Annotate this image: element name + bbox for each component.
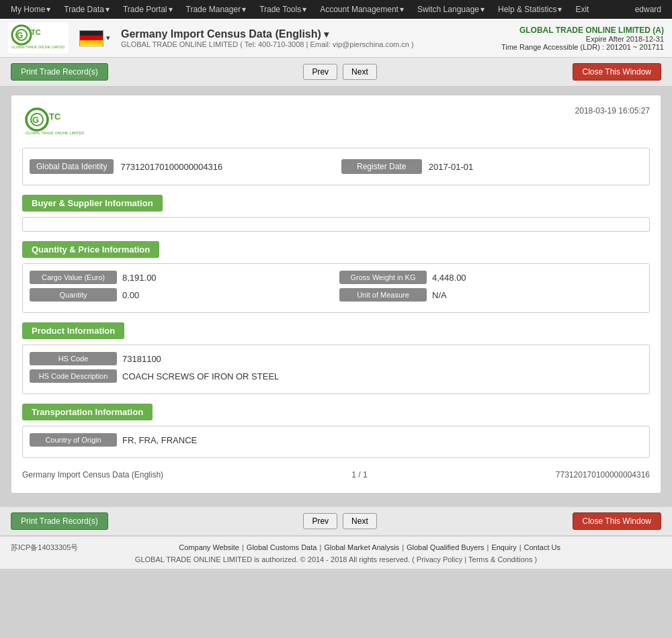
buyer-supplier-title: Buyer & Supplier Information xyxy=(22,195,163,212)
country-origin-row: Country of Origin FR, FRA, FRANCE xyxy=(30,433,642,447)
title-dropdown-icon[interactable]: ▾ xyxy=(324,29,329,40)
unit-of-measure-cell: Unit of Measure N/A xyxy=(339,288,642,302)
quantity-price-row-1: Cargo Value (Euro) 8,191.00 Gross Weight… xyxy=(30,271,642,284)
prev-button-bottom[interactable]: Prev xyxy=(303,513,337,529)
gross-weight-label: Gross Weight in KG xyxy=(339,271,427,284)
global-data-identity-label: Global Data Identity xyxy=(30,159,114,174)
nav-trade-tools[interactable]: Trade Tools ▾ xyxy=(254,2,312,17)
header-bar: G TC GLOBAL TRADE ONLINE LIMITED ▾ Germa… xyxy=(0,19,672,58)
quantity-price-row-2: Quantity 0.00 Unit of Measure N/A xyxy=(30,288,642,302)
quantity-value: 0.00 xyxy=(122,290,333,300)
next-button-bottom[interactable]: Next xyxy=(343,513,377,529)
record-timestamp: 2018-03-19 16:05:27 xyxy=(575,106,650,116)
unit-of-measure-value: N/A xyxy=(432,290,642,300)
record-card: G TC GLOBAL TRADE ONLINE LIMITED 2018-03… xyxy=(11,95,661,494)
top-navigation: My Home ▾ Trade Data ▾ Trade Portal ▾ Tr… xyxy=(0,0,672,19)
print-button-top[interactable]: Print Trade Record(s) xyxy=(11,63,108,81)
quantity-price-body: Cargo Value (Euro) 8,191.00 Gross Weight… xyxy=(22,263,650,313)
main-content: G TC GLOBAL TRADE ONLINE LIMITED 2018-03… xyxy=(0,87,672,507)
next-button-top[interactable]: Next xyxy=(343,64,377,80)
nav-trade-portal[interactable]: Trade Portal ▾ xyxy=(118,2,178,17)
company-contact: GLOBAL TRADE ONLINE LIMITED ( Tel: 400-7… xyxy=(121,40,491,48)
hs-code-label: HS Code xyxy=(30,352,117,365)
global-data-identity-value: 773120170100000004316 xyxy=(120,162,334,172)
transportation-title: Transportation Information xyxy=(22,404,153,420)
unit-of-measure-label: Unit of Measure xyxy=(339,288,427,302)
nav-account-management[interactable]: Account Management ▾ xyxy=(314,2,409,17)
footer-center: 1 / 1 xyxy=(351,470,367,480)
record-header: G TC GLOBAL TRADE ONLINE LIMITED 2018-03… xyxy=(22,106,650,140)
nav-help-statistics[interactable]: Help & Statistics ▾ xyxy=(493,2,567,17)
page-title: Germany Import Census Data (English) ▾ xyxy=(121,28,491,40)
chevron-down-icon: ▾ xyxy=(400,5,404,14)
flag-area: ▾ xyxy=(79,30,110,46)
register-date-label: Register Date xyxy=(341,159,422,174)
chevron-down-icon: ▾ xyxy=(480,5,485,14)
cargo-value-value: 8,191.00 xyxy=(122,273,333,283)
hs-description-value: COACH SCREWS OF IRON OR STEEL xyxy=(122,371,642,381)
transportation-body: Country of Origin FR, FRA, FRANCE xyxy=(22,426,650,458)
copyright-text: GLOBAL TRADE ONLINE LIMITED is authorize… xyxy=(11,554,661,565)
time-range: Time Range Accessible (LDR) : 201201 ~ 2… xyxy=(501,43,664,51)
company-logo: G TC GLOBAL TRADE ONLINE LIMITED xyxy=(8,23,69,53)
register-date-value: 2017-01-01 xyxy=(429,162,642,172)
hs-description-label: HS Code Description xyxy=(30,369,117,383)
header-title-area: Germany Import Census Data (English) ▾ G… xyxy=(121,28,491,48)
hs-description-cell: HS Code Description COACH SCREWS OF IRON… xyxy=(30,369,642,383)
company-name: GLOBAL TRADE ONLINE LIMITED (A) xyxy=(501,26,664,35)
expire-date: Expire After 2018-12-31 xyxy=(501,35,664,43)
footer-link-enquiry[interactable]: Enquiry xyxy=(491,543,516,551)
footer-link-buyers[interactable]: Global Qualified Buyers xyxy=(407,543,485,551)
hs-description-row: HS Code Description COACH SCREWS OF IRON… xyxy=(30,369,642,383)
buyer-supplier-section: Buyer & Supplier Information xyxy=(22,195,650,232)
nav-switch-language[interactable]: Switch Language ▾ xyxy=(412,2,490,17)
bottom-action-bar: Print Trade Record(s) Prev Next Close Th… xyxy=(0,507,672,536)
logo-area: G TC GLOBAL TRADE ONLINE LIMITED xyxy=(8,23,69,53)
footer-link-contact[interactable]: Contact Us xyxy=(524,543,560,551)
nav-my-home[interactable]: My Home ▾ xyxy=(5,2,56,17)
quantity-label: Quantity xyxy=(30,288,117,302)
chevron-down-icon: ▾ xyxy=(242,5,246,14)
svg-text:G: G xyxy=(32,115,39,125)
prev-button-top[interactable]: Prev xyxy=(303,64,337,80)
quantity-cell: Quantity 0.00 xyxy=(30,288,333,302)
svg-text:GLOBAL TRADE ONLINE LIMITED: GLOBAL TRADE ONLINE LIMITED xyxy=(11,45,65,49)
gross-weight-cell: Gross Weight in KG 4,448.00 xyxy=(339,271,642,284)
close-button-bottom[interactable]: Close This Window xyxy=(573,512,661,530)
footer-link-market[interactable]: Global Market Analysis xyxy=(324,543,399,551)
close-button-top[interactable]: Close This Window xyxy=(573,63,661,81)
cargo-value-cell: Cargo Value (Euro) 8,191.00 xyxy=(30,271,333,284)
nav-trade-manager[interactable]: Trade Manager ▾ xyxy=(181,2,252,17)
flag-dropdown[interactable]: ▾ xyxy=(106,34,110,42)
chevron-down-icon: ▾ xyxy=(46,5,50,14)
svg-text:G: G xyxy=(17,31,23,40)
footer-links: Company Website | Global Customs Data | … xyxy=(78,541,661,554)
nav-exit[interactable]: Exit xyxy=(570,2,594,17)
hs-code-value: 73181100 xyxy=(122,354,642,364)
hs-code-row: HS Code 73181100 xyxy=(30,352,642,365)
page-footer: 苏ICP备14033305号 Company Website | Global … xyxy=(0,536,672,569)
transportation-section: Transportation Information Country of Or… xyxy=(22,404,650,458)
country-origin-cell: Country of Origin FR, FRA, FRANCE xyxy=(30,433,642,447)
record-footer: Germany Import Census Data (English) 1 /… xyxy=(22,467,650,482)
chevron-down-icon: ▾ xyxy=(106,5,110,14)
identity-row: Global Data Identity 7731201701000000043… xyxy=(30,155,642,178)
quantity-price-section: Quantity & Price Information Cargo Value… xyxy=(22,241,650,313)
gross-weight-value: 4,448.00 xyxy=(432,273,642,283)
svg-text:GLOBAL TRADE ONLINE LIMITED: GLOBAL TRADE ONLINE LIMITED xyxy=(26,131,84,135)
product-title: Product Information xyxy=(22,322,124,339)
top-action-bar: Print Trade Record(s) Prev Next Close Th… xyxy=(0,58,672,87)
nav-trade-data[interactable]: Trade Data ▾ xyxy=(58,2,115,17)
svg-text:TC: TC xyxy=(49,111,61,122)
icp-number: 苏ICP备14033305号 xyxy=(11,543,78,553)
header-right-info: GLOBAL TRADE ONLINE LIMITED (A) Expire A… xyxy=(501,26,664,51)
footer-link-company[interactable]: Company Website xyxy=(179,543,239,551)
record-logo: G TC GLOBAL TRADE ONLINE LIMITED xyxy=(22,106,89,140)
product-body: HS Code 73181100 HS Code Description COA… xyxy=(22,345,650,394)
svg-text:TC: TC xyxy=(31,28,41,36)
country-origin-label: Country of Origin xyxy=(30,433,117,447)
chevron-down-icon: ▾ xyxy=(558,5,562,14)
footer-link-customs[interactable]: Global Customs Data xyxy=(247,543,317,551)
chevron-down-icon: ▾ xyxy=(302,5,306,14)
print-button-bottom[interactable]: Print Trade Record(s) xyxy=(11,512,108,530)
